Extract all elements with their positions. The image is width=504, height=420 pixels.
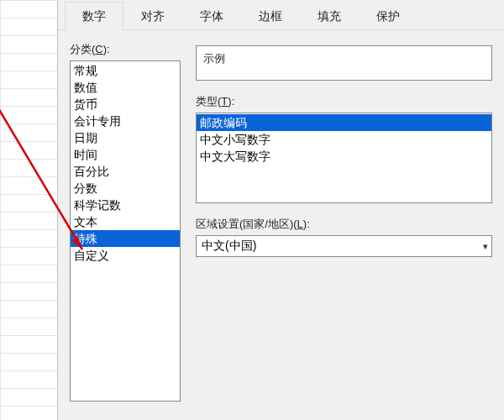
category-label: 分类(C): — [70, 42, 181, 57]
tab-1[interactable]: 对齐 — [123, 2, 182, 30]
tab-5[interactable]: 保护 — [359, 2, 417, 30]
dialog-tabs: 数字对齐字体边框填充保护 — [58, 0, 504, 30]
category-item[interactable]: 文本 — [71, 213, 180, 230]
sample-label: 示例 — [202, 50, 486, 66]
type-listbox[interactable]: 邮政编码中文小写数字中文大写数字 — [196, 113, 492, 203]
tab-0[interactable]: 数字 — [65, 2, 123, 30]
locale-combobox[interactable]: 中文(中国) ▾ — [196, 235, 492, 257]
tab-2[interactable]: 字体 — [182, 2, 241, 30]
category-item[interactable]: 会计专用 — [71, 113, 180, 129]
type-item[interactable]: 邮政编码 — [197, 114, 491, 131]
type-label: 类型(T): — [196, 94, 492, 109]
chevron-down-icon: ▾ — [483, 241, 488, 252]
sample-box: 示例 — [196, 45, 492, 81]
locale-label: 区域设置(国家/地区)(L): — [196, 217, 492, 232]
category-item[interactable]: 分数 — [71, 180, 180, 197]
type-item[interactable]: 中文大写数字 — [197, 148, 491, 165]
tab-4[interactable]: 填充 — [300, 2, 359, 30]
category-item[interactable]: 货币 — [71, 96, 180, 113]
tab-3[interactable]: 边框 — [241, 2, 300, 30]
format-cells-dialog: 数字对齐字体边框填充保护 分类(C): 常规数值货币会计专用日期时间百分比分数科… — [57, 0, 504, 420]
category-item[interactable]: 常规 — [71, 62, 180, 79]
category-item[interactable]: 特殊 — [71, 230, 180, 247]
category-item[interactable]: 自定义 — [71, 247, 180, 264]
locale-value: 中文(中国) — [202, 239, 256, 254]
category-item[interactable]: 数值 — [71, 79, 180, 96]
category-item[interactable]: 科学记数 — [71, 197, 180, 213]
category-item[interactable]: 日期 — [71, 129, 180, 146]
category-item[interactable]: 时间 — [71, 146, 180, 163]
type-item[interactable]: 中文小写数字 — [197, 131, 491, 148]
category-listbox[interactable]: 常规数值货币会计专用日期时间百分比分数科学记数文本特殊自定义 — [70, 60, 181, 402]
category-item[interactable]: 百分比 — [71, 163, 180, 180]
